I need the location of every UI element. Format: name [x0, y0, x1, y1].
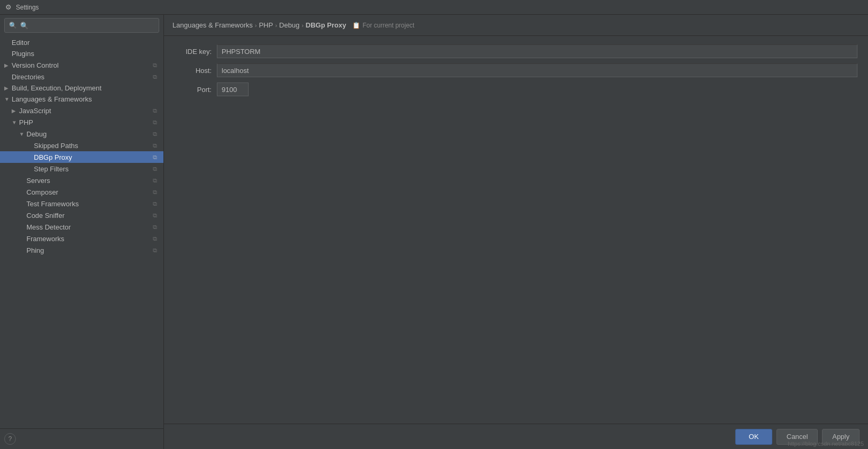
- sidebar-item-label: Editor: [12, 39, 159, 47]
- sidebar-item-servers[interactable]: Servers ⧉: [0, 175, 163, 186]
- copy-icon: ⧉: [151, 199, 159, 208]
- breadcrumb-sep-3: ›: [301, 22, 304, 29]
- copy-icon: ⧉: [151, 118, 159, 126]
- sidebar-item-label: Test Frameworks: [26, 200, 151, 208]
- sidebar-item-languages-frameworks[interactable]: ▼ Languages & Frameworks: [0, 94, 163, 105]
- bottom-bar: OK Cancel Apply: [164, 424, 868, 449]
- sidebar-item-label: Code Sniffer: [26, 212, 151, 219]
- project-label: For current project: [362, 22, 414, 29]
- ok-button[interactable]: OK: [735, 429, 772, 445]
- search-box[interactable]: 🔍: [4, 18, 159, 33]
- copy-icon: ⧉: [151, 188, 159, 196]
- sidebar-item-label: Servers: [26, 177, 151, 185]
- right-panel: Languages & Frameworks › PHP › Debug › D…: [164, 15, 868, 449]
- copy-icon: ⧉: [151, 223, 159, 231]
- sidebar-item-label: Version Control: [12, 61, 151, 69]
- sidebar-item-label: Step Filters: [34, 165, 151, 173]
- arrow-icon: ▶: [4, 85, 12, 91]
- sidebar-item-debug[interactable]: ▼ Debug ⧉: [0, 128, 163, 140]
- copy-icon: ⧉: [151, 61, 159, 69]
- sidebar-item-phing[interactable]: Phing ⧉: [0, 244, 163, 256]
- sidebar-item-label: Phing: [26, 246, 151, 254]
- breadcrumb: Languages & Frameworks › PHP › Debug › D…: [164, 15, 868, 36]
- title-bar: ⚙ Settings: [0, 0, 868, 15]
- sidebar-item-label: Languages & Frameworks: [12, 95, 159, 103]
- form-content: IDE key: Host: Port:: [164, 36, 868, 424]
- sidebar-item-label: JavaScript: [19, 107, 151, 115]
- host-input[interactable]: [217, 63, 857, 77]
- copy-icon: ⧉: [151, 164, 159, 173]
- sidebar-item-code-sniffer[interactable]: Code Sniffer ⧉: [0, 209, 163, 221]
- breadcrumb-item-1: Languages & Frameworks: [172, 21, 253, 29]
- ide-key-input[interactable]: [217, 44, 857, 58]
- sidebar-item-test-frameworks[interactable]: Test Frameworks ⧉: [0, 198, 163, 209]
- project-icon: 📋: [352, 22, 360, 29]
- sidebar-item-mess-detector[interactable]: Mess Detector ⧉: [0, 221, 163, 233]
- port-row: Port:: [175, 83, 857, 96]
- sidebar-item-composer[interactable]: Composer ⧉: [0, 186, 163, 198]
- sidebar-item-build[interactable]: ▶ Build, Execution, Deployment: [0, 83, 163, 94]
- ide-key-row: IDE key:: [175, 44, 857, 58]
- sidebar-item-label: Frameworks: [26, 235, 151, 243]
- sidebar-item-label: Composer: [26, 188, 151, 196]
- host-label: Host:: [175, 67, 212, 75]
- port-label: Port:: [175, 86, 212, 94]
- watermark: https://blog.csdn.net/abc8125: [788, 441, 864, 447]
- sidebar-item-label: PHP: [19, 118, 151, 126]
- breadcrumb-sep-1: ›: [255, 22, 257, 29]
- sidebar-item-editor[interactable]: Editor: [0, 37, 163, 48]
- copy-icon: ⧉: [151, 234, 159, 243]
- main-content: 🔍 Editor Plugins ▶ Version Control ⧉: [0, 15, 868, 449]
- sidebar-item-step-filters[interactable]: Step Filters ⧉: [0, 163, 163, 175]
- arrow-icon: ▶: [12, 108, 19, 114]
- arrow-icon: ▼: [12, 120, 19, 125]
- sidebar-item-directories[interactable]: Directories ⧉: [0, 71, 163, 83]
- help-icon[interactable]: ?: [4, 433, 16, 445]
- sidebar-item-dbgp-proxy[interactable]: DBGp Proxy ⧉: [0, 151, 163, 163]
- sidebar-item-label: Build, Execution, Deployment: [12, 84, 159, 92]
- sidebar-tree: Editor Plugins ▶ Version Control ⧉ Direc…: [0, 36, 163, 428]
- copy-icon: ⧉: [151, 176, 159, 185]
- sidebar: 🔍 Editor Plugins ▶ Version Control ⧉: [0, 15, 164, 449]
- arrow-icon: ▼: [4, 96, 12, 102]
- sidebar-item-label: Directories: [12, 73, 151, 81]
- sidebar-item-version-control[interactable]: ▶ Version Control ⧉: [0, 59, 163, 71]
- settings-icon: ⚙: [4, 3, 13, 12]
- sidebar-item-label: Debug: [26, 130, 151, 138]
- sidebar-item-javascript[interactable]: ▶ JavaScript ⧉: [0, 105, 163, 116]
- copy-icon: ⧉: [151, 141, 159, 150]
- copy-icon: ⧉: [151, 130, 159, 138]
- search-input[interactable]: [20, 22, 154, 30]
- sidebar-item-label: Plugins: [12, 50, 159, 58]
- breadcrumb-current: DBGp Proxy: [306, 21, 346, 29]
- port-input[interactable]: [217, 83, 249, 96]
- arrow-icon: ▼: [19, 131, 26, 137]
- ide-key-label: IDE key:: [175, 48, 212, 56]
- breadcrumb-item-2: PHP: [259, 21, 273, 29]
- copy-icon: ⧉: [151, 211, 159, 219]
- sidebar-item-label: Skipped Paths: [34, 142, 151, 150]
- sidebar-item-frameworks[interactable]: Frameworks ⧉: [0, 233, 163, 244]
- copy-icon: ⧉: [151, 72, 159, 81]
- search-icon: 🔍: [9, 22, 17, 29]
- sidebar-item-plugins[interactable]: Plugins: [0, 48, 163, 59]
- arrow-icon: ▶: [4, 62, 12, 68]
- copy-icon: ⧉: [151, 153, 159, 161]
- sidebar-item-label: DBGp Proxy: [34, 153, 151, 161]
- host-row: Host:: [175, 63, 857, 77]
- copy-icon: ⧉: [151, 246, 159, 254]
- breadcrumb-project: 📋 For current project: [352, 22, 414, 29]
- window-title: Settings: [16, 4, 39, 11]
- copy-icon: ⧉: [151, 106, 159, 115]
- sidebar-item-php[interactable]: ▼ PHP ⧉: [0, 116, 163, 128]
- sidebar-item-skipped-paths[interactable]: Skipped Paths ⧉: [0, 140, 163, 151]
- breadcrumb-sep-2: ›: [275, 22, 277, 29]
- breadcrumb-item-3: Debug: [279, 21, 299, 29]
- sidebar-item-label: Mess Detector: [26, 223, 151, 231]
